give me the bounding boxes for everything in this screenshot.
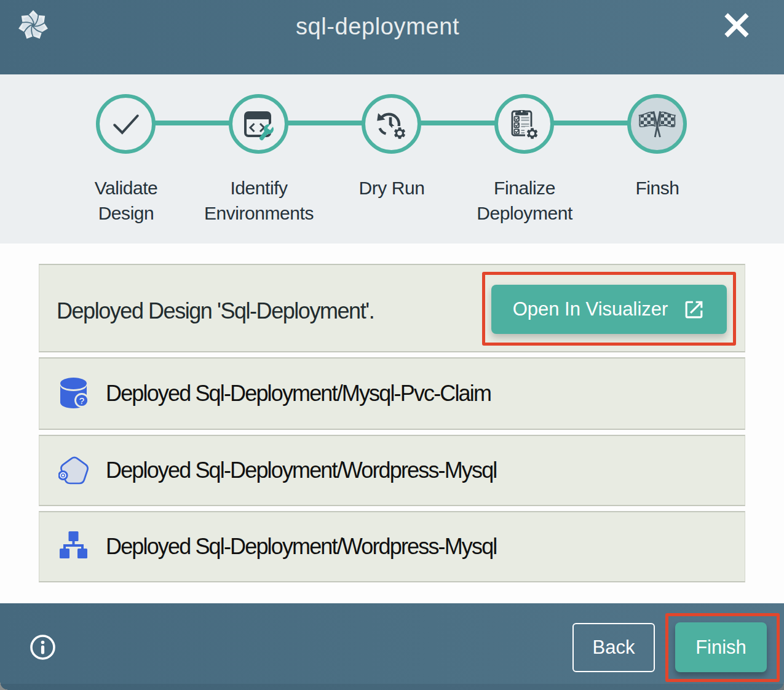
svg-text:?: ? [79,395,84,406]
